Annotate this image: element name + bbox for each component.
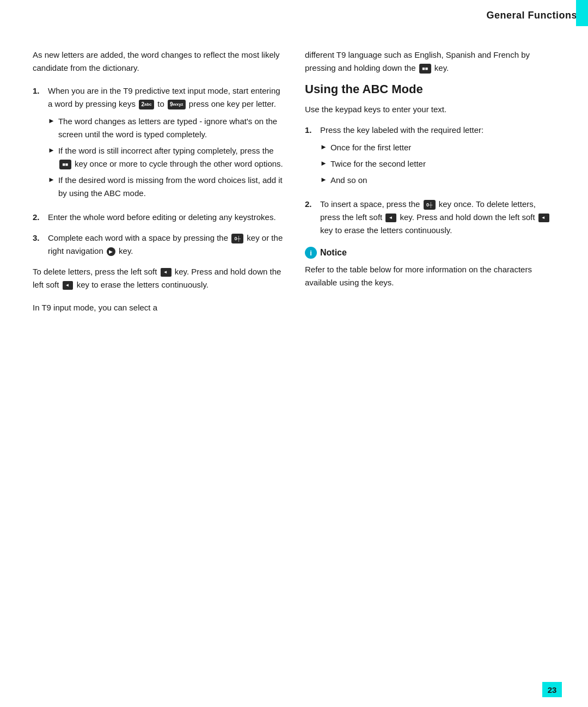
delete-text1: To delete letters, press the left soft bbox=[33, 267, 160, 276]
item1-to: to bbox=[157, 99, 167, 108]
key-0plus-right: 0┼ bbox=[424, 200, 436, 210]
left-bullet-list-1: ► The word changes as letters are typed … bbox=[48, 115, 283, 200]
list-num-1: 1. bbox=[33, 84, 48, 203]
list-num-3: 3. bbox=[33, 231, 48, 258]
bullet-arrow-icon: ► bbox=[48, 115, 55, 127]
bullet-arrow-icon: ► bbox=[320, 158, 327, 169]
left-list-item-1: 1. When you are in the T9 predictive tex… bbox=[33, 84, 283, 203]
del-key-right-2 bbox=[538, 214, 549, 222]
del-key-right-1 bbox=[385, 214, 396, 222]
notice-label: Notice bbox=[320, 248, 347, 258]
header-accent-bar bbox=[576, 0, 588, 26]
key-9wxyz: 9wxyz bbox=[168, 100, 186, 109]
list-content-2: Enter the whole word before editing or d… bbox=[48, 211, 283, 224]
abc-mode-subtext: Use the keypad keys to enter your text. bbox=[305, 103, 555, 116]
item2-text: Enter the whole word before editing or d… bbox=[48, 212, 276, 222]
right-list-num-1: 1. bbox=[305, 124, 320, 190]
page-footer: 23 bbox=[542, 682, 562, 697]
right-list-content-2: To insert a space, press the 0┼ key once… bbox=[320, 198, 555, 237]
notice-text: Refer to the table below for more inform… bbox=[305, 263, 555, 289]
del-key-2 bbox=[63, 281, 74, 290]
right-item1-text: Press the key labeled with the required … bbox=[320, 125, 483, 135]
bullet-1a: ► The word changes as letters are typed … bbox=[48, 115, 283, 141]
del-key-1 bbox=[161, 268, 171, 277]
right-bullet-1c: ► And so on bbox=[320, 174, 555, 187]
abc-mode-heading: Using the ABC Mode bbox=[305, 82, 555, 96]
list-num-2: 2. bbox=[33, 211, 48, 224]
key-2abc: 2abc bbox=[139, 100, 154, 109]
right-bullet-list-1: ► Once for the first letter ► Twice for … bbox=[320, 141, 555, 187]
main-content: As new letters are added, the word chang… bbox=[0, 32, 588, 340]
left-numbered-list: 1. When you are in the T9 predictive tex… bbox=[33, 84, 283, 258]
left-list-item-3: 3. Complete each word with a space by pr… bbox=[33, 231, 283, 258]
t9-text: In T9 input mode, you can select a bbox=[33, 301, 283, 314]
bullet-1b-text: If the word is still incorrect after typ… bbox=[58, 144, 283, 170]
right-intro-text1: different T9 language such as English, S… bbox=[305, 50, 530, 72]
notice-box: i Notice Refer to the table below for mo… bbox=[305, 247, 555, 289]
right-bullet-1a-text: Once for the first letter bbox=[330, 141, 411, 154]
list-content-1: When you are in the T9 predictive text i… bbox=[48, 84, 283, 203]
page-header: General Functions bbox=[0, 0, 588, 27]
bullet-arrow-icon: ► bbox=[320, 174, 327, 186]
notice-icon: i bbox=[305, 247, 317, 259]
right-list-item-2: 2. To insert a space, press the 0┼ key o… bbox=[305, 198, 555, 237]
right-bullet-1b: ► Twice for the second letter bbox=[320, 157, 555, 170]
page-title: General Functions bbox=[486, 10, 588, 21]
right-item2-text4: key to erase the letters continuously. bbox=[320, 225, 452, 235]
right-list-content-1: Press the key labeled with the required … bbox=[320, 124, 555, 190]
bullet-1c-text: If the desired word is missing from the … bbox=[58, 174, 283, 200]
right-list-num-2: 2. bbox=[305, 198, 320, 237]
right-bullet-1c-text: And so on bbox=[330, 174, 367, 187]
bullet-arrow-icon: ► bbox=[48, 145, 55, 156]
right-item2-text1: To insert a space, press the bbox=[320, 199, 422, 209]
bullet-1a-text: The word changes as letters are typed - … bbox=[58, 115, 283, 141]
item3-text: Complete each word with a space by press… bbox=[48, 233, 230, 242]
page-number: 23 bbox=[542, 682, 562, 697]
page-container: General Functions As new letters are add… bbox=[0, 0, 588, 707]
right-numbered-list: 1. Press the key labeled with the requir… bbox=[305, 124, 555, 237]
key-star-left: ■■ bbox=[59, 160, 71, 169]
left-intro: As new letters are added, the word chang… bbox=[33, 48, 283, 75]
bullet-1b: ► If the word is still incorrect after t… bbox=[48, 144, 283, 170]
item3-text3: key. bbox=[119, 246, 133, 255]
right-list-item-1: 1. Press the key labeled with the requir… bbox=[305, 124, 555, 190]
bullet-1c: ► If the desired word is missing from th… bbox=[48, 174, 283, 200]
delete-para: To delete letters, press the left soft k… bbox=[33, 265, 283, 291]
delete-text3: key to erase the letters continuously. bbox=[77, 280, 209, 289]
nav-arrow-icon: ▶ bbox=[107, 247, 115, 256]
right-bullet-1a: ► Once for the first letter bbox=[320, 141, 555, 154]
left-column: As new letters are added, the word chang… bbox=[33, 48, 283, 324]
key-star-right: ■■ bbox=[419, 64, 431, 74]
notice-title: i Notice bbox=[305, 247, 555, 259]
right-intro-text2: key. bbox=[434, 63, 449, 72]
right-bullet-1b-text: Twice for the second letter bbox=[330, 157, 426, 170]
left-list-item-2: 2. Enter the whole word before editing o… bbox=[33, 211, 283, 224]
item1-text2: press one key per letter. bbox=[189, 99, 276, 108]
list-content-3: Complete each word with a space by press… bbox=[48, 231, 283, 258]
right-item2-text3: key. Press and hold down the left soft bbox=[400, 212, 537, 222]
bullet-arrow-icon: ► bbox=[320, 142, 327, 153]
bullet-arrow-icon: ► bbox=[48, 174, 55, 186]
right-column: different T9 language such as English, S… bbox=[305, 48, 555, 324]
key-0plus-left: 0┼ bbox=[231, 234, 243, 243]
right-intro: different T9 language such as English, S… bbox=[305, 48, 555, 75]
